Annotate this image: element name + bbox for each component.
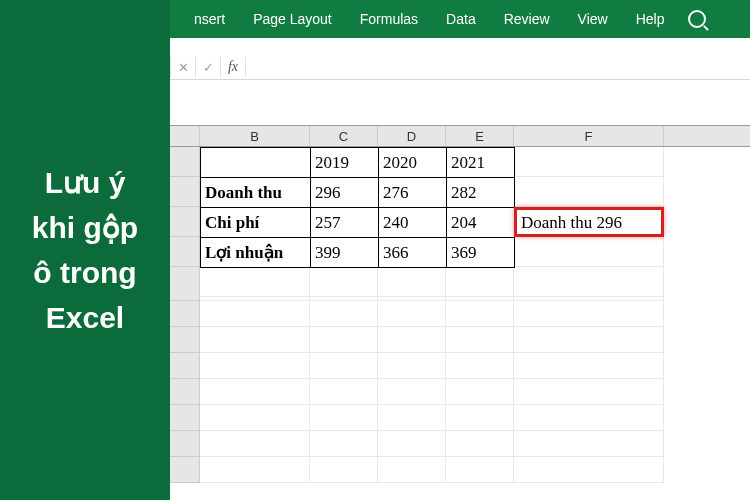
- col-header-e[interactable]: E: [446, 126, 514, 146]
- data-table: 2019 2020 2021 Doanh thu 296 276 282 Chi…: [200, 147, 515, 268]
- data-cell[interactable]: 240: [379, 208, 447, 238]
- highlighted-merged-cell[interactable]: Doanh thu 296: [514, 207, 664, 237]
- col-header-b[interactable]: B: [200, 126, 310, 146]
- tab-insert[interactable]: nsert: [180, 0, 239, 38]
- tab-review[interactable]: Review: [490, 0, 564, 38]
- row-label[interactable]: Lợi nhuận: [201, 238, 311, 268]
- tab-formulas[interactable]: Formulas: [346, 0, 432, 38]
- cancel-icon[interactable]: ✕: [170, 57, 195, 77]
- tab-help[interactable]: Help: [622, 0, 679, 38]
- spreadsheet[interactable]: B C D E F 2019 2020 2021 Doanh thu 296 2…: [170, 125, 750, 297]
- data-cell[interactable]: 366: [379, 238, 447, 268]
- tell-me-icon[interactable]: [688, 10, 706, 28]
- col-header-c[interactable]: C: [310, 126, 378, 146]
- data-cell[interactable]: 257: [311, 208, 379, 238]
- tab-view[interactable]: View: [564, 0, 622, 38]
- cell-year[interactable]: 2020: [379, 148, 447, 178]
- column-headers: B C D E F: [170, 125, 750, 147]
- annotation-overlay: Lưu ý khi gộp ô trong Excel: [0, 0, 170, 500]
- data-cell[interactable]: 399: [311, 238, 379, 268]
- table-row: Chi phí 257 240 204: [201, 208, 515, 238]
- data-cell[interactable]: 369: [447, 238, 515, 268]
- row-label[interactable]: Doanh thu: [201, 178, 311, 208]
- table-row: Doanh thu 296 276 282: [201, 178, 515, 208]
- data-cell[interactable]: 276: [379, 178, 447, 208]
- row-label[interactable]: Chi phí: [201, 208, 311, 238]
- cell-blank[interactable]: [201, 148, 311, 178]
- data-cell[interactable]: 204: [447, 208, 515, 238]
- confirm-icon[interactable]: ✓: [195, 57, 220, 77]
- annotation-text: Lưu ý khi gộp ô trong Excel: [20, 160, 150, 340]
- cell-year[interactable]: 2019: [311, 148, 379, 178]
- col-header-f[interactable]: F: [514, 126, 664, 146]
- cell-year[interactable]: 2021: [447, 148, 515, 178]
- fx-icon[interactable]: fx: [220, 57, 245, 77]
- table-row: Lợi nhuận 399 366 369: [201, 238, 515, 268]
- formula-bar: ✕ ✓ fx: [170, 55, 750, 80]
- col-header-d[interactable]: D: [378, 126, 446, 146]
- empty-grid[interactable]: [170, 275, 750, 483]
- tab-page-layout[interactable]: Page Layout: [239, 0, 346, 38]
- data-cell[interactable]: 282: [447, 178, 515, 208]
- select-all-corner[interactable]: [170, 126, 200, 146]
- formula-input[interactable]: [245, 57, 750, 77]
- data-cell[interactable]: 296: [311, 178, 379, 208]
- table-header-row: 2019 2020 2021: [201, 148, 515, 178]
- tab-data[interactable]: Data: [432, 0, 490, 38]
